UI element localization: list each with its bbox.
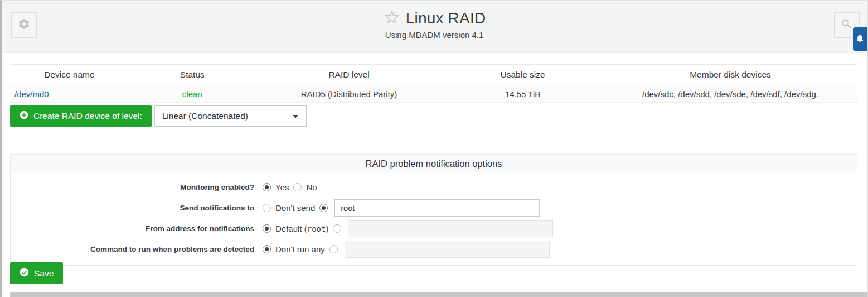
page-header: Linux RAID Using MDADM version 4.1 <box>2 1 867 53</box>
check-circle-icon <box>20 267 29 279</box>
col-header-raid-level: RAID level <box>256 70 442 80</box>
raid-level-select[interactable]: Linear (Concatenated) <box>154 105 307 127</box>
dont-send-radio[interactable] <box>263 204 271 212</box>
save-row: Save <box>10 262 63 284</box>
send-to-address-radio[interactable] <box>319 204 328 212</box>
command-label: Command to run when problems are detecte… <box>11 245 263 253</box>
col-header-status: Status <box>129 70 256 80</box>
member-disks-value: /dev/sdc, /dev/sdd, /dev/sde, /dev/sdf, … <box>603 89 857 99</box>
raid-devices-table: Device name Status RAID level Usable siz… <box>10 64 857 103</box>
command-row: Command to run when problems are detecte… <box>11 239 857 260</box>
page-subtitle: Using MDADM version 4.1 <box>2 30 867 40</box>
send-notifications-label: Send notifications to <box>11 204 263 212</box>
from-address-label: From address for notifications <box>11 224 263 233</box>
col-header-member-disks: Member disk devices <box>603 70 857 80</box>
dont-send-label: Don't send <box>275 203 315 213</box>
monitoring-no-radio[interactable] <box>293 183 302 191</box>
title-block: Linux RAID Using MDADM version 4.1 <box>2 8 867 40</box>
dont-run-label: Don't run any <box>275 245 325 254</box>
plus-circle-icon <box>20 111 28 122</box>
bell-icon <box>855 33 865 45</box>
device-link[interactable]: /dev/md0 <box>14 89 49 99</box>
from-default-radio[interactable] <box>263 224 271 233</box>
from-default-mono: root <box>307 224 326 233</box>
from-custom-input[interactable] <box>348 220 553 237</box>
page-title: Linux RAID <box>406 9 486 27</box>
panel-title: RAID problem notification options <box>11 155 857 173</box>
create-raid-button-label: Create RAID device of level: <box>33 111 142 121</box>
send-to-address-input[interactable] <box>334 199 540 217</box>
horizontal-scrollbar[interactable] <box>10 292 867 297</box>
table-row: /dev/md0 clean RAID5 (Distributed Parity… <box>10 85 857 103</box>
run-command-input[interactable] <box>345 241 550 258</box>
create-raid-button[interactable]: Create RAID device of level: <box>10 105 152 127</box>
from-default-label: Default (root) <box>275 224 328 233</box>
send-notifications-row: Send notifications to Don't send <box>11 198 857 218</box>
col-header-device-name: Device name <box>10 70 129 80</box>
raid-level-select-value: Linear (Concatenated) <box>162 111 248 121</box>
from-custom-radio[interactable] <box>333 224 341 233</box>
monitoring-yes-radio[interactable] <box>263 183 271 191</box>
monitoring-no-label: No <box>306 183 317 192</box>
monitoring-enabled-row: Monitoring enabled? Yes No <box>11 177 857 198</box>
dont-run-radio[interactable] <box>263 245 271 253</box>
monitoring-enabled-label: Monitoring enabled? <box>11 183 263 191</box>
app-window: Linux RAID Using MDADM version 4.1 Devic… <box>0 0 868 297</box>
star-icon[interactable] <box>383 8 401 28</box>
save-button-label: Save <box>34 269 54 279</box>
raid-level-value: RAID5 (Distributed Parity) <box>256 89 442 99</box>
create-raid-row: Create RAID device of level: Linear (Con… <box>10 105 307 127</box>
table-header-row: Device name Status RAID level Usable siz… <box>10 64 857 85</box>
search-icon <box>841 18 853 32</box>
notification-options-panel: RAID problem notification options Monito… <box>10 154 857 266</box>
notifications-tab[interactable] <box>853 27 867 51</box>
status-value: clean <box>129 89 256 99</box>
col-header-usable-size: Usable size <box>442 70 603 80</box>
from-address-row: From address for notifications Default (… <box>11 218 857 239</box>
panel-body: Monitoring enabled? Yes No Send notifica… <box>11 173 857 265</box>
usable-size-value: 14.55 TiB <box>442 89 603 99</box>
chevron-down-icon <box>293 115 298 118</box>
run-command-radio[interactable] <box>329 245 338 253</box>
save-button[interactable]: Save <box>10 262 63 284</box>
monitoring-yes-label: Yes <box>275 183 289 192</box>
